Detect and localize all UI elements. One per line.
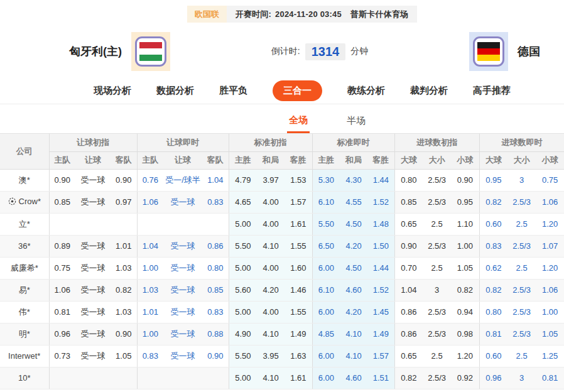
company-name: Crow* bbox=[0, 191, 49, 213]
odds-cell bbox=[163, 367, 202, 389]
home-team: 匈牙利(主) bbox=[69, 32, 170, 71]
odds-cell: 0.86 bbox=[394, 301, 423, 323]
odds-cell: 受一球 bbox=[163, 191, 202, 213]
odds-cell: 0.90 bbox=[49, 169, 75, 191]
company-column-header: 公司 bbox=[0, 134, 49, 169]
sub-column-header: 大小 bbox=[423, 151, 451, 169]
odds-cell: 1.00 bbox=[137, 323, 163, 345]
odds-cell: 0.88 bbox=[202, 323, 229, 345]
odds-cell: 1.00 bbox=[137, 257, 163, 279]
odds-cell: 2.5 bbox=[507, 257, 536, 279]
odds-cell: 1.05 bbox=[536, 323, 564, 345]
odds-cell: 6.00 bbox=[312, 301, 340, 323]
odds-cell: 0.89 bbox=[49, 235, 75, 257]
odds-cell: 1.06 bbox=[49, 279, 75, 301]
odds-cell bbox=[75, 367, 111, 389]
odds-cell: 1.06 bbox=[536, 191, 564, 213]
odds-cell: 4.79 bbox=[229, 169, 257, 191]
odds-cell: 2.5/3 bbox=[423, 323, 451, 345]
odds-row: 36*0.89受一球1.011.04受一球0.865.504.101.556.5… bbox=[0, 235, 564, 257]
odds-cell: 2.5 bbox=[507, 213, 536, 235]
odds-cell: 0.96 bbox=[479, 367, 507, 389]
nav-tab-2[interactable]: 数据分析 bbox=[156, 85, 194, 97]
odds-cell: 1.04 bbox=[394, 279, 423, 301]
odds-cell: 4.00 bbox=[257, 213, 285, 235]
odds-cell: 受一球 bbox=[163, 279, 202, 301]
nav-tab-7[interactable]: 高手推荐 bbox=[473, 85, 511, 97]
odds-cell: 6.00 bbox=[312, 345, 340, 367]
odds-cell: 0.82 bbox=[479, 191, 507, 213]
nav-tab-6[interactable]: 裁判分析 bbox=[410, 85, 448, 97]
odds-cell bbox=[49, 367, 75, 389]
odds-cell: 1.20 bbox=[536, 257, 564, 279]
odds-row: Interwet*0.73受一球1.050.83受一球0.905.503.951… bbox=[0, 345, 564, 367]
odds-cell: 1.06 bbox=[536, 279, 564, 301]
odds-cell: 4.10 bbox=[257, 367, 285, 389]
odds-row: 明*0.96受一球0.901.00受一球0.884.904.101.494.85… bbox=[0, 323, 564, 345]
odds-row: 易*1.06受一球0.821.03受一球0.855.604.201.466.10… bbox=[0, 279, 564, 301]
odds-cell: 受一球 bbox=[75, 345, 111, 367]
odds-cell: 4.55 bbox=[340, 191, 367, 213]
nav-tab-1[interactable]: 现场分析 bbox=[94, 85, 131, 97]
odds-cell bbox=[137, 213, 163, 235]
odds-cell: 1.50 bbox=[367, 235, 394, 257]
odds-cell: 0.98 bbox=[451, 323, 479, 345]
odds-cell bbox=[111, 367, 137, 389]
odds-cell: 1.48 bbox=[367, 213, 394, 235]
odds-cell: 0.96 bbox=[49, 323, 75, 345]
odds-cell bbox=[75, 213, 111, 235]
odds-cell: 1.57 bbox=[367, 345, 394, 367]
odds-cell: 0.82 bbox=[451, 279, 479, 301]
odds-cell bbox=[163, 213, 202, 235]
odds-cell: 1.01 bbox=[137, 301, 163, 323]
odds-cell: 受一球 bbox=[163, 345, 202, 367]
odds-cell: 0.90 bbox=[111, 169, 137, 191]
nav-tab-3[interactable]: 胜平负 bbox=[219, 85, 247, 97]
odds-cell: 1.07 bbox=[536, 235, 564, 257]
period-tab-1[interactable]: 全场 bbox=[287, 114, 310, 133]
odds-cell: 1.04 bbox=[137, 235, 163, 257]
odds-cell: 0.95 bbox=[451, 191, 479, 213]
odds-cell: 2.5/3 bbox=[423, 191, 451, 213]
venue-name: 普斯卡什体育场 bbox=[350, 9, 408, 20]
odds-cell: 2.5/3 bbox=[507, 235, 536, 257]
odds-cell: 4.60 bbox=[340, 367, 367, 389]
odds-cell: 0.82 bbox=[479, 279, 507, 301]
odds-cell: 受一球 bbox=[75, 191, 111, 213]
odds-row: Crow*0.85受一球0.971.06受一球0.834.654.001.576… bbox=[0, 191, 564, 213]
company-name: 立* bbox=[0, 213, 49, 235]
away-team-name: 德国 bbox=[518, 44, 540, 59]
countdown-unit: 分钟 bbox=[350, 46, 368, 57]
odds-cell: 4.10 bbox=[257, 323, 285, 345]
period-tab-2[interactable]: 半场 bbox=[345, 115, 367, 133]
odds-cell: 受一球 bbox=[163, 257, 202, 279]
odds-cell: 受一球 bbox=[75, 301, 111, 323]
odds-cell: 0.81 bbox=[479, 323, 507, 345]
odds-cell: 0.70 bbox=[394, 257, 423, 279]
odds-cell: 6.00 bbox=[312, 367, 340, 389]
sub-column-header: 和局 bbox=[257, 151, 285, 169]
company-name: 10* bbox=[0, 367, 49, 389]
odds-cell: 4.30 bbox=[340, 169, 367, 191]
home-team-name: 匈牙利(主) bbox=[69, 44, 122, 59]
odds-cell: 2.5/3 bbox=[423, 367, 451, 389]
odds-cell: 6.00 bbox=[312, 257, 340, 279]
odds-cell: 受一球 bbox=[163, 323, 202, 345]
sub-column-header: 大球 bbox=[394, 151, 423, 169]
sub-column-header: 主队 bbox=[137, 151, 163, 169]
countdown-label: 倒计时: bbox=[271, 46, 300, 57]
odds-cell: 1.06 bbox=[137, 191, 163, 213]
nav-tab-4[interactable]: 三合一 bbox=[273, 80, 322, 101]
odds-cell: 受一球 bbox=[75, 279, 111, 301]
odds-row: 澳*0.90受一球0.900.76受一/球半1.044.793.971.535.… bbox=[0, 169, 564, 191]
odds-cell: 0.85 bbox=[202, 279, 229, 301]
odds-cell: 2.5/3 bbox=[507, 323, 536, 345]
nav-tab-5[interactable]: 教练分析 bbox=[347, 85, 385, 97]
match-header: 匈牙利(主) 倒计时: 1314 分钟 德国 bbox=[0, 25, 564, 78]
odds-cell: 1.00 bbox=[536, 301, 564, 323]
odds-cell bbox=[202, 213, 229, 235]
odds-cell: 3 bbox=[507, 367, 536, 389]
odds-cell: 4.20 bbox=[340, 301, 367, 323]
odds-cell: 2.5/3 bbox=[423, 235, 451, 257]
page: 欧国联 开赛时间: 2024-11-20 03:45 普斯卡什体育场 匈牙利(主… bbox=[0, 0, 564, 389]
